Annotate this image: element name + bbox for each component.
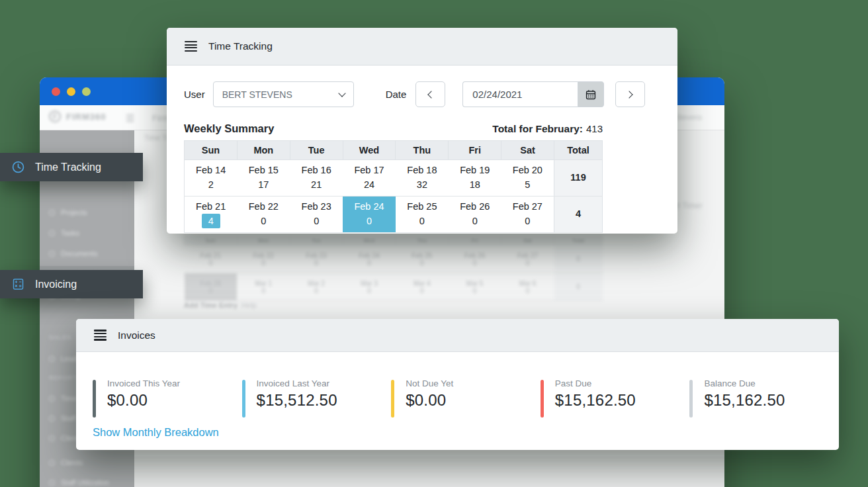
item-icon xyxy=(49,416,55,421)
stat-label: Invoiced This Year xyxy=(107,378,180,388)
close-window-button[interactable] xyxy=(52,87,60,96)
sidebar-item-documents[interactable]: Documents xyxy=(49,249,98,257)
day-cell[interactable]: Feb 270 xyxy=(501,197,554,233)
stat-label: Balance Due xyxy=(704,378,785,388)
time-tracking-card: Time Tracking User BERT STEVENS Date xyxy=(167,28,677,234)
page-bottom-strip xyxy=(134,457,724,487)
time-tracking-controls: User BERT STEVENS Date xyxy=(184,81,677,107)
invoices-card-header: Invoices xyxy=(76,319,839,352)
week-total-cell: 119 xyxy=(554,160,603,197)
day-cell[interactable]: Feb 250 xyxy=(396,197,449,233)
callout-label: Time Tracking xyxy=(35,161,101,173)
logo-icon: F xyxy=(49,111,61,122)
table-header-row: Sun Mon Tue Wed Thu Fri Sat Total xyxy=(185,141,603,160)
stat-not-due-yet: Not Due Yet $0.00 xyxy=(391,378,541,418)
firm360-logo: F FIRM360 xyxy=(49,111,106,122)
help-link[interactable]: Help xyxy=(241,301,257,309)
date-input[interactable] xyxy=(462,81,578,107)
background-weekly-table: Sun Mon Tue Wed Thu Fri Sat Total Feb 21… xyxy=(184,235,603,301)
stat-label: Not Due Yet xyxy=(406,378,453,388)
add-time-entry-label: Add Time EntryHelp xyxy=(184,301,257,309)
stat-color-bar xyxy=(93,380,96,418)
day-cell[interactable]: Feb 1724 xyxy=(343,160,396,197)
stat-value: $15,162.50 xyxy=(704,391,785,410)
card-title: Time Tracking xyxy=(208,40,273,52)
calendar-icon xyxy=(586,89,596,100)
sidebar-item-time-report[interactable]: Time xyxy=(49,394,77,402)
stat-invoiced-last-year: Invoiced Last Year $15,512.50 xyxy=(242,378,392,418)
table-row-week2: Feb 214 Feb 220 Feb 230 Feb 240 Feb 250 … xyxy=(185,197,603,233)
sidebar-item-staff-utilization[interactable]: Staff Utilization xyxy=(49,478,109,486)
previous-day-button[interactable] xyxy=(415,81,445,107)
stat-past-due: Past Due $15,162.50 xyxy=(541,378,690,418)
item-icon xyxy=(49,356,55,362)
menu-icon[interactable] xyxy=(185,40,197,54)
table-row: Feb 280 Mar 10 Mar 20 Mar 30 Mar 40 Mar … xyxy=(185,273,603,301)
month-total: Total for February:413 xyxy=(492,123,603,135)
clock-icon xyxy=(11,160,25,174)
menu-icon[interactable] xyxy=(94,328,107,342)
item-icon xyxy=(49,396,55,402)
callout-invoicing[interactable]: Invoicing xyxy=(0,270,143,298)
day-cell[interactable]: Feb 1832 xyxy=(396,160,449,197)
day-cell[interactable]: Feb 220 xyxy=(237,197,290,233)
item-icon xyxy=(49,480,55,486)
day-cell[interactable]: Feb 230 xyxy=(290,197,343,233)
item-icon xyxy=(49,435,55,441)
stat-balance-due: Balance Due $15,162.50 xyxy=(689,378,839,418)
calculator-icon xyxy=(11,277,25,291)
callout-label: Invoicing xyxy=(35,279,77,290)
stat-value: $0.00 xyxy=(107,391,180,410)
item-icon xyxy=(49,210,55,216)
week-total-cell: 4 xyxy=(554,197,603,233)
day-cell[interactable]: Feb 205 xyxy=(501,160,554,197)
weekly-summary-header: Weekly Summary Total for February:413 xyxy=(184,122,603,135)
minimize-window-button[interactable] xyxy=(67,87,75,96)
weekly-summary-title: Weekly Summary xyxy=(184,122,274,135)
chevron-down-icon xyxy=(338,89,345,97)
maximize-window-button[interactable] xyxy=(82,87,91,96)
stat-color-bar xyxy=(391,380,394,418)
day-cell[interactable]: Feb 142 xyxy=(185,160,238,197)
chevron-right-icon xyxy=(626,91,633,98)
day-cell[interactable]: Feb 214 xyxy=(185,197,238,233)
time-tracking-card-header: Time Tracking xyxy=(167,28,677,66)
sidebar-section-sales: SALES xyxy=(49,334,71,341)
date-input-group xyxy=(462,81,604,107)
day-cell[interactable]: Feb 1621 xyxy=(290,160,343,197)
sidebar-item-projects[interactable]: Projects xyxy=(49,208,87,216)
stat-color-bar xyxy=(689,380,693,418)
sidebar-item-tasks[interactable]: Tasks xyxy=(49,229,79,237)
day-cell[interactable]: Feb 1517 xyxy=(237,160,290,197)
sidebar-item-staff-report[interactable]: Staff xyxy=(49,414,75,422)
calendar-picker-button[interactable] xyxy=(578,81,604,107)
card-title: Invoices xyxy=(118,330,155,341)
item-icon xyxy=(49,230,55,236)
table-row-week1: Feb 142 Feb 1517 Feb 1621 Feb 1724 Feb 1… xyxy=(185,160,603,197)
item-icon xyxy=(49,460,55,466)
day-cell[interactable]: Feb 260 xyxy=(449,197,501,233)
weekly-summary-table: Sun Mon Tue Wed Thu Fri Sat Total Feb 14… xyxy=(184,140,603,233)
sidebar-item-clients-report-2[interactable]: Clients xyxy=(49,459,83,466)
user-select[interactable]: BERT STEVENS xyxy=(213,81,354,107)
chevron-left-icon xyxy=(428,91,435,98)
stat-label: Past Due xyxy=(555,378,636,388)
stat-label: Invoiced Last Year xyxy=(257,378,337,388)
user-select-value: BERT STEVENS xyxy=(222,89,292,100)
stat-color-bar xyxy=(541,380,544,418)
stat-value: $0.00 xyxy=(406,391,453,410)
next-day-button[interactable] xyxy=(615,81,645,107)
day-cell[interactable]: Feb 1918 xyxy=(449,160,501,197)
invoice-stats-row: Invoiced This Year $0.00 Invoiced Last Y… xyxy=(76,378,839,418)
invoices-card: Invoices Invoiced This Year $0.00 Invoic… xyxy=(76,319,839,450)
show-monthly-breakdown-link[interactable]: Show Monthly Breakdown xyxy=(93,426,219,439)
stat-value: $15,512.50 xyxy=(257,391,337,410)
callout-time-tracking[interactable]: Time Tracking xyxy=(0,153,143,181)
stat-color-bar xyxy=(242,380,245,418)
stat-invoiced-this-year: Invoiced This Year $0.00 xyxy=(93,378,242,418)
menu-icon[interactable]: ☰ xyxy=(126,112,134,124)
selected-day-cell[interactable]: Feb 240 xyxy=(343,197,396,233)
month-total-value: 413 xyxy=(586,123,603,134)
table-row: Feb 210 Feb 220 Feb 230 Feb 240 Feb 250 … xyxy=(185,245,603,273)
user-label: User xyxy=(184,89,205,100)
